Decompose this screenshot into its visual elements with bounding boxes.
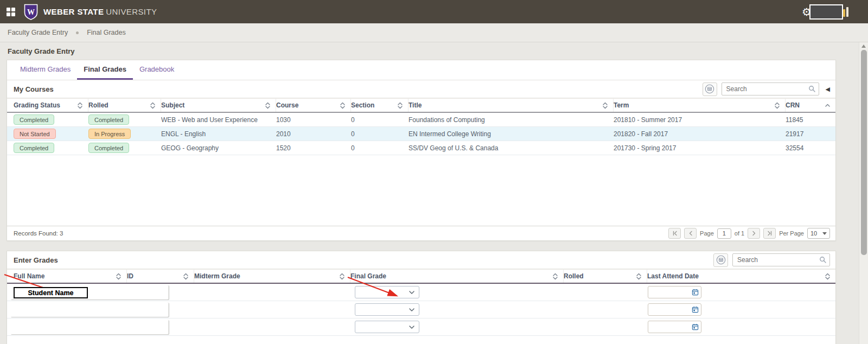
page-number-input[interactable] [717, 228, 731, 239]
status-badge: Not Started [14, 129, 56, 139]
enter-grades-column-header-last-attend-date[interactable]: Last Attend Date [647, 270, 835, 283]
course-row[interactable]: CompletedCompletedWEB - Web and User Exp… [7, 113, 835, 127]
page-title: Faculty Grade Entry [0, 43, 868, 60]
prev-page-button[interactable] [684, 228, 697, 239]
final-grade-select[interactable] [355, 321, 419, 333]
my-courses-column-header-grading-status[interactable]: Grading Status [14, 99, 88, 112]
pagination: Page of 1 Per Page 10 [668, 228, 830, 239]
search-icon [819, 256, 827, 264]
masked-student-name-field [10, 302, 169, 317]
apps-menu-icon[interactable] [7, 8, 15, 16]
calendar-icon[interactable] [692, 323, 699, 330]
breadcrumb-final-grades[interactable]: Final Grades [87, 29, 126, 36]
my-courses-search-input[interactable] [722, 82, 819, 95]
records-found-label: Records Found: 3 [14, 230, 63, 237]
course-row[interactable]: Not StartedIn ProgressENGL - English2010… [7, 127, 835, 141]
per-page-select[interactable]: 10 [807, 228, 830, 239]
per-page-label: Per Page [779, 230, 804, 237]
table-cell: Foundations of Computing [409, 116, 614, 124]
table-cell: 2010 [276, 130, 351, 138]
tab-gradebook[interactable]: Gradebook [133, 60, 181, 80]
sort-both-icon [150, 102, 155, 109]
brand-logo[interactable]: W WEBER STATEUNIVERSITY [24, 4, 157, 20]
scrollbar-up-arrow[interactable] [861, 44, 866, 48]
calendar-icon[interactable] [692, 306, 699, 313]
first-page-button[interactable] [668, 228, 681, 239]
my-courses-table: Grading StatusRolledSubjectCourseSection… [7, 98, 835, 155]
column-label: Course [276, 101, 298, 109]
student-row [7, 301, 835, 318]
table-cell: 0 [351, 144, 409, 152]
enter-grades-table-header: Full NameIDMidterm GradeFinal GradeRolle… [7, 269, 835, 284]
column-label: Grading Status [14, 101, 60, 109]
sort-both-icon [775, 102, 780, 109]
column-label: Rolled [88, 101, 108, 109]
enter-grades-search-input[interactable] [732, 253, 830, 266]
my-courses-column-header-title[interactable]: Title [409, 99, 614, 112]
enter-grades-column-header-final-grade[interactable]: Final Grade [350, 270, 564, 283]
column-label: Last Attend Date [647, 272, 699, 280]
final-grade-select[interactable] [355, 286, 419, 298]
table-cell: WEB - Web and User Experience [161, 116, 276, 124]
scrollbar-thumb[interactable] [861, 50, 867, 255]
page-scrollbar[interactable] [859, 42, 868, 344]
my-courses-column-header-course[interactable]: Course [276, 99, 351, 112]
last-page-button[interactable] [763, 228, 776, 239]
sort-both-icon [340, 273, 344, 280]
my-courses-column-header-rolled[interactable]: Rolled [88, 99, 161, 112]
weber-shield-icon: W [24, 4, 38, 20]
my-courses-column-header-crn[interactable]: CRN [786, 99, 835, 112]
course-row[interactable]: CompletedCompletedGEOG - Geography15200S… [7, 141, 835, 155]
my-courses-table-body: CompletedCompletedWEB - Web and User Exp… [7, 113, 835, 155]
my-courses-column-header-section[interactable]: Section [351, 99, 409, 112]
status-badge: In Progress [88, 129, 131, 139]
calendar-icon[interactable] [692, 289, 699, 296]
faculty-grade-entry-screen: W WEBER STATEUNIVERSITY ⚙ Faculty Grade … [0, 0, 868, 344]
column-label: Title [409, 101, 422, 109]
enter-grades-column-header-midterm-grade[interactable]: Midterm Grade [194, 270, 350, 283]
grade-tabs: Midterm Grades Final Grades Gradebook [7, 60, 835, 80]
last-attend-date-wrap [648, 303, 701, 316]
chevron-down-icon [409, 326, 414, 329]
column-label: Midterm Grade [194, 272, 240, 280]
enter-grades-panel: Enter Grades Full NameIDMi [7, 251, 836, 344]
my-courses-column-header-term[interactable]: Term [614, 99, 786, 112]
enter-grades-column-header-id[interactable]: ID [127, 270, 194, 283]
status-badge: Completed [88, 114, 129, 125]
breadcrumb-faculty-grade-entry[interactable]: Faculty Grade Entry [8, 29, 68, 36]
enter-grades-column-header-full-name[interactable]: Full Name [14, 270, 127, 283]
svg-text:W: W [27, 8, 35, 16]
sort-both-icon [78, 102, 82, 109]
my-courses-column-header-subject[interactable]: Subject [161, 99, 276, 112]
column-settings-button[interactable] [713, 253, 728, 267]
table-cell: 21917 [786, 130, 835, 138]
collapse-panel-icon[interactable]: ◀ [826, 86, 830, 93]
my-courses-panel: Midterm Grades Final Grades Gradebook My… [7, 60, 836, 241]
my-courses-footer: Records Found: 3 Page of 1 Per Page [7, 226, 835, 240]
column-label: ID [127, 272, 133, 280]
last-attend-date-wrap [648, 286, 701, 298]
brand-text: WEBER STATEUNIVERSITY [43, 7, 157, 16]
status-badge: Completed [14, 143, 54, 153]
page-label: Page [700, 230, 714, 237]
column-settings-button[interactable] [703, 82, 717, 96]
table-circle-icon [704, 84, 715, 94]
column-label: Rolled [564, 272, 584, 280]
chevron-down-icon [409, 291, 414, 294]
enter-grades-column-header-rolled[interactable]: Rolled [564, 270, 647, 283]
enter-grades-table-body [7, 284, 835, 336]
tab-midterm-grades[interactable]: Midterm Grades [14, 60, 77, 80]
topbar: W WEBER STATEUNIVERSITY ⚙ [0, 0, 868, 23]
table-cell: 201730 - Spring 2017 [614, 144, 786, 152]
brand-bold: WEBER STATE [43, 7, 104, 16]
table-cell: 1520 [276, 144, 351, 152]
topbar-right: ⚙ [802, 0, 868, 23]
next-page-button[interactable] [748, 228, 760, 239]
brand-light: UNIVERSITY [106, 7, 157, 16]
sort-both-icon [636, 273, 641, 280]
tab-final-grades[interactable]: Final Grades [77, 60, 133, 80]
table-cell: 0 [351, 116, 409, 124]
final-grade-select[interactable] [355, 303, 419, 316]
my-courses-table-header: Grading StatusRolledSubjectCourseSection… [7, 98, 835, 113]
table-cell: 201810 - Summer 2017 [614, 116, 786, 124]
